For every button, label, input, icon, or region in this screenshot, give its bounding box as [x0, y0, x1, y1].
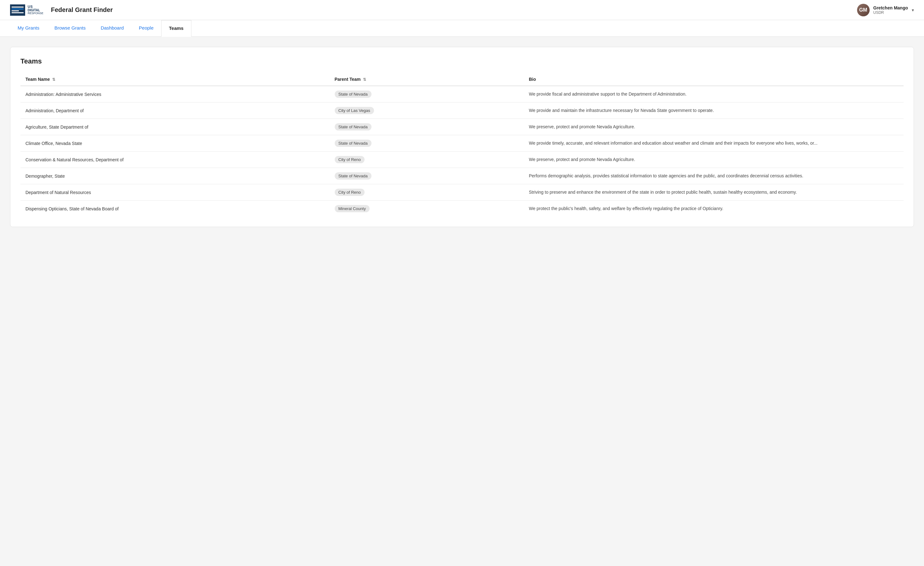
- bio-text: Striving to preserve and enhance the env…: [529, 190, 797, 195]
- avatar[interactable]: GM: [857, 4, 870, 17]
- header-right: GM Gretchen Mango USDR ▾: [857, 4, 914, 17]
- team-name-cell: Agriculture, State Department of: [20, 119, 330, 135]
- team-name-cell: Demographer, State: [20, 168, 330, 184]
- user-info: Gretchen Mango USDR: [873, 5, 908, 15]
- parent-team-cell: State of Nevada: [330, 168, 524, 184]
- parent-team-badge[interactable]: City of Las Vegas: [335, 107, 374, 114]
- teams-table: Team Name ⇅ Parent Team ⇅ Bio Administra…: [20, 73, 904, 217]
- parent-team-badge[interactable]: Mineral County: [335, 205, 370, 212]
- app-header: US DIGITAL RESPONSE Federal Grant Finder…: [0, 0, 924, 20]
- team-name-cell: Climate Office, Nevada State: [20, 135, 330, 152]
- table-row[interactable]: Administration, Department ofCity of Las…: [20, 102, 904, 119]
- table-row[interactable]: Conservation & Natural Resources, Depart…: [20, 152, 904, 168]
- logo-text: US DIGITAL RESPONSE: [28, 5, 44, 15]
- team-name-cell: Department of Natural Resources: [20, 184, 330, 201]
- app-title: Federal Grant Finder: [51, 6, 113, 14]
- nav-browse-grants[interactable]: Browse Grants: [47, 20, 93, 36]
- bio-cell: We preserve, protect and promote Nevada …: [524, 152, 904, 168]
- table-row[interactable]: Agriculture, State Department ofState of…: [20, 119, 904, 135]
- parent-team-badge[interactable]: State of Nevada: [335, 123, 372, 131]
- team-name-cell: Dispensing Opticians, State of Nevada Bo…: [20, 201, 330, 217]
- col-header-team-name[interactable]: Team Name ⇅: [20, 73, 330, 86]
- parent-team-cell: City of Las Vegas: [330, 102, 524, 119]
- col-header-parent-team[interactable]: Parent Team ⇅: [330, 73, 524, 86]
- parent-team-cell: State of Nevada: [330, 86, 524, 102]
- user-org: USDR: [873, 11, 908, 15]
- parent-team-cell: City of Reno: [330, 152, 524, 168]
- table-row[interactable]: Dispensing Opticians, State of Nevada Bo…: [20, 201, 904, 217]
- bio-text: We provide and maintain the infrastructu…: [529, 108, 714, 113]
- table-header-row: Team Name ⇅ Parent Team ⇅ Bio: [20, 73, 904, 86]
- team-name-cell: Administration: Administrative Services: [20, 86, 330, 102]
- main-nav: My Grants Browse Grants Dashboard People…: [0, 20, 924, 37]
- col-header-bio: Bio: [524, 73, 904, 86]
- bio-cell: We provide and maintain the infrastructu…: [524, 102, 904, 119]
- logo-line-1: [12, 7, 24, 8]
- table-row[interactable]: Department of Natural ResourcesCity of R…: [20, 184, 904, 201]
- logo-icon: [10, 5, 25, 16]
- parent-team-cell: State of Nevada: [330, 119, 524, 135]
- teams-card: Teams Team Name ⇅ Parent Team ⇅ Bio: [10, 47, 914, 227]
- logo-line-4: [12, 12, 24, 13]
- parent-team-badge[interactable]: State of Nevada: [335, 140, 372, 147]
- parent-team-badge[interactable]: State of Nevada: [335, 90, 372, 98]
- main-content: Teams Team Name ⇅ Parent Team ⇅ Bio: [0, 37, 924, 237]
- header-left: US DIGITAL RESPONSE Federal Grant Finder: [10, 5, 113, 16]
- table-row[interactable]: Climate Office, Nevada StateState of Nev…: [20, 135, 904, 152]
- bio-text: We provide fiscal and administrative sup…: [529, 92, 687, 96]
- nav-dashboard[interactable]: Dashboard: [93, 20, 131, 36]
- parent-team-badge[interactable]: City of Reno: [335, 156, 365, 163]
- bio-text: We protect the public's health, safety, …: [529, 206, 723, 211]
- user-dropdown-icon[interactable]: ▾: [912, 8, 914, 13]
- nav-people[interactable]: People: [131, 20, 161, 36]
- sort-icon-team-name: ⇅: [52, 77, 56, 82]
- parent-team-badge[interactable]: State of Nevada: [335, 172, 372, 180]
- logo-line-2: [12, 9, 24, 9]
- bio-cell: Performs demographic analysis, provides …: [524, 168, 904, 184]
- table-row[interactable]: Demographer, StateState of NevadaPerform…: [20, 168, 904, 184]
- parent-team-cell: City of Reno: [330, 184, 524, 201]
- bio-cell: Striving to preserve and enhance the env…: [524, 184, 904, 201]
- parent-team-badge[interactable]: City of Reno: [335, 189, 365, 196]
- parent-team-cell: Mineral County: [330, 201, 524, 217]
- bio-cell: We provide fiscal and administrative sup…: [524, 86, 904, 102]
- team-name-cell: Administration, Department of: [20, 102, 330, 119]
- logo-response: RESPONSE: [28, 12, 44, 15]
- logo-line-3: [12, 11, 19, 11]
- bio-text: We provide timely, accurate, and relevan…: [529, 141, 818, 146]
- bio-text: We preserve, protect and promote Nevada …: [529, 124, 635, 129]
- nav-my-grants[interactable]: My Grants: [10, 20, 47, 36]
- team-name-cell: Conservation & Natural Resources, Depart…: [20, 152, 330, 168]
- sort-icon-parent-team: ⇅: [363, 77, 366, 82]
- bio-cell: We preserve, protect and promote Nevada …: [524, 119, 904, 135]
- page-title: Teams: [20, 57, 904, 65]
- user-name: Gretchen Mango: [873, 5, 908, 11]
- nav-teams[interactable]: Teams: [161, 20, 191, 37]
- bio-cell: We protect the public's health, safety, …: [524, 201, 904, 217]
- parent-team-cell: State of Nevada: [330, 135, 524, 152]
- table-row[interactable]: Administration: Administrative ServicesS…: [20, 86, 904, 102]
- bio-text: We preserve, protect and promote Nevada …: [529, 157, 635, 162]
- logo[interactable]: US DIGITAL RESPONSE: [10, 5, 44, 16]
- logo-us: US: [28, 5, 44, 9]
- bio-text: Performs demographic analysis, provides …: [529, 173, 803, 178]
- bio-cell: We provide timely, accurate, and relevan…: [524, 135, 904, 152]
